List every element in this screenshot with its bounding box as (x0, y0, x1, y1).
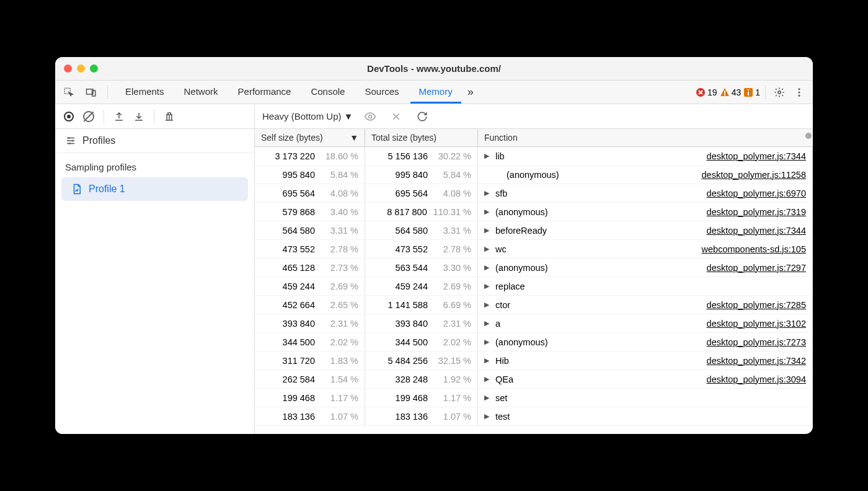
expand-icon[interactable]: ▶ (484, 412, 492, 420)
svg-rect-7 (748, 89, 749, 91)
source-link[interactable]: webcomponents-sd.js:105 (702, 244, 806, 254)
source-link[interactable]: desktop_polymer.js:3102 (707, 319, 806, 329)
expand-icon[interactable]: ▶ (484, 338, 492, 346)
profiles-header[interactable]: Profiles (55, 129, 254, 153)
expand-icon[interactable]: ▶ (484, 375, 492, 383)
table-row[interactable]: 473 5522.78 %473 5522.78 %▶wcwebcomponen… (255, 240, 813, 259)
table-row[interactable]: 465 1282.73 %563 5443.30 %▶(anonymous)de… (255, 259, 813, 277)
errors-badge[interactable]: 19 (696, 87, 717, 97)
cell-total-size: 563 5443.30 % (365, 259, 478, 276)
table-row[interactable]: 393 8402.31 %393 8402.31 %▶adesktop_poly… (255, 314, 813, 333)
expand-icon[interactable]: ▶ (484, 189, 492, 197)
inspect-element-icon[interactable] (60, 84, 78, 101)
tab-network[interactable]: Network (175, 81, 227, 104)
info-icon (743, 87, 753, 97)
view-dropdown[interactable]: Heavy (Bottom Up) ▼ (262, 111, 353, 122)
warning-icon (720, 87, 730, 97)
eye-icon[interactable] (361, 108, 379, 125)
source-link[interactable]: desktop_polymer.js:7344 (707, 151, 806, 161)
expand-icon[interactable]: ▶ (484, 282, 492, 290)
column-function[interactable]: Function (478, 129, 813, 146)
source-link[interactable]: desktop_polymer.js:7285 (707, 300, 806, 310)
source-link[interactable]: desktop_polymer.js:7273 (707, 337, 806, 347)
info-badge[interactable]: 1 (743, 87, 760, 97)
tab-memory[interactable]: Memory (410, 81, 461, 104)
source-link[interactable]: desktop_polymer.js:3094 (707, 374, 806, 384)
table-row[interactable]: 199 4681.17 %199 4681.17 %▶set (255, 389, 813, 407)
minimize-window-button[interactable] (77, 64, 85, 73)
tab-console[interactable]: Console (302, 81, 353, 104)
expand-icon[interactable]: ▶ (484, 394, 492, 402)
source-link[interactable]: desktop_polymer.js:7342 (707, 356, 806, 366)
more-tabs-button[interactable]: » (461, 81, 480, 104)
function-name: wc (495, 244, 507, 254)
content-area: Profiles Sampling profiles Profile 1 Hea… (55, 104, 813, 434)
table-row[interactable]: 695 5644.08 %695 5644.08 %▶sfbdesktop_po… (255, 184, 813, 203)
more-menu-icon[interactable] (790, 84, 808, 101)
table-row[interactable]: 183 1361.07 %183 1361.07 %▶test (255, 407, 813, 426)
cell-self-size: 579 8683.40 % (255, 203, 365, 221)
cell-self-size: 995 8405.84 % (255, 166, 365, 184)
tabs-left (60, 84, 110, 101)
tab-performance[interactable]: Performance (229, 81, 300, 104)
cell-function: ▶test (478, 407, 813, 425)
main-tabs-bar: ElementsNetworkPerformanceConsoleSources… (55, 81, 813, 104)
table-row[interactable]: 459 2442.69 %459 2442.69 %▶replace (255, 277, 813, 296)
profile-item[interactable]: Profile 1 (61, 177, 248, 201)
table-body: 3 173 22018.60 %5 156 13630.22 %▶libdesk… (255, 147, 813, 426)
close-window-button[interactable] (64, 64, 72, 73)
cell-total-size: 199 4681.17 % (365, 389, 478, 407)
source-link[interactable]: desktop_polymer.js:7344 (707, 226, 806, 236)
table-row[interactable]: 3 173 22018.60 %5 156 13630.22 %▶libdesk… (255, 147, 813, 166)
expand-icon[interactable]: ▶ (484, 319, 492, 327)
table-row[interactable]: 579 8683.40 %8 817 800110.31 %▶(anonymou… (255, 203, 813, 221)
table-row[interactable]: 344 5002.02 %344 5002.02 %▶(anonymous)de… (255, 333, 813, 352)
column-self-size[interactable]: Self size (bytes) ▼ (255, 129, 365, 146)
clear-button[interactable] (81, 109, 96, 124)
garbage-collect-icon[interactable] (162, 109, 177, 124)
expand-icon[interactable]: ▶ (484, 356, 492, 365)
tab-sources[interactable]: Sources (356, 81, 407, 104)
expand-icon[interactable]: ▶ (484, 152, 492, 160)
expand-icon[interactable]: ▶ (484, 263, 492, 272)
expand-icon[interactable]: ▶ (484, 301, 492, 309)
expand-icon[interactable]: ▶ (484, 245, 492, 253)
column-total-size[interactable]: Total size (bytes) (365, 129, 478, 146)
scrollbar-thumb[interactable] (805, 133, 812, 139)
traffic-lights (64, 64, 98, 73)
cell-self-size: 262 5841.54 % (255, 370, 365, 388)
upload-icon[interactable] (112, 109, 126, 124)
function-name: (anonymous) (507, 170, 559, 180)
error-icon (696, 87, 706, 97)
dropdown-label: Heavy (Bottom Up) (262, 111, 342, 122)
cell-total-size: 8 817 800110.31 % (365, 203, 478, 221)
cell-self-size: 183 1361.07 % (255, 407, 365, 425)
profile-file-icon (71, 184, 82, 195)
table-row[interactable]: 262 5841.54 %328 2481.92 %▶QEadesktop_po… (255, 370, 813, 389)
window-title: DevTools - www.youtube.com/ (64, 63, 804, 74)
table-row[interactable]: 311 7201.83 %5 484 25632.15 %▶Hibdesktop… (255, 352, 813, 370)
cell-total-size: 473 5522.78 % (365, 240, 478, 258)
expand-icon[interactable]: ▶ (484, 208, 492, 216)
refresh-icon[interactable] (414, 108, 431, 125)
settings-gear-icon[interactable] (771, 84, 788, 101)
function-name: (anonymous) (495, 263, 548, 273)
cell-function: ▶beforeReadydesktop_polymer.js:7344 (478, 221, 813, 239)
close-icon[interactable] (388, 108, 405, 125)
table-row[interactable]: 564 5803.31 %564 5803.31 %▶beforeReadyde… (255, 221, 813, 240)
expand-icon[interactable]: ▶ (484, 226, 492, 234)
table-row[interactable]: 452 6642.65 %1 141 5886.69 %▶ctordesktop… (255, 296, 813, 314)
source-link[interactable]: desktop_polymer.js:11258 (702, 170, 806, 180)
sidebar: Profiles Sampling profiles Profile 1 (55, 104, 255, 434)
maximize-window-button[interactable] (90, 64, 98, 73)
warnings-badge[interactable]: 43 (720, 87, 742, 97)
download-icon[interactable] (131, 109, 146, 124)
record-button[interactable] (61, 109, 76, 124)
device-toolbar-icon[interactable] (82, 84, 100, 101)
cell-function: ▶adesktop_polymer.js:3102 (478, 314, 813, 332)
tab-elements[interactable]: Elements (117, 81, 173, 104)
source-link[interactable]: desktop_polymer.js:6970 (707, 188, 806, 198)
table-row[interactable]: 995 8405.84 %995 8405.84 %(anonymous)des… (255, 166, 813, 184)
source-link[interactable]: desktop_polymer.js:7297 (707, 263, 806, 273)
source-link[interactable]: desktop_polymer.js:7319 (707, 207, 806, 217)
